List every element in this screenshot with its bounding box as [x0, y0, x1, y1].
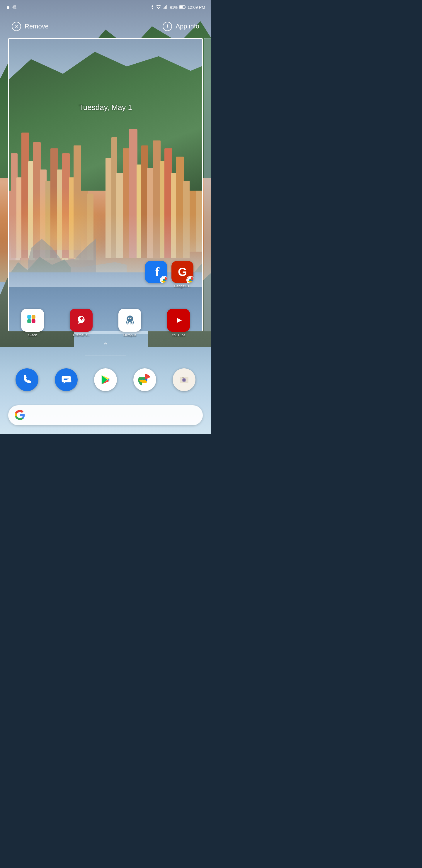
svg-rect-6 [185, 6, 186, 8]
remove-label: Remove [25, 23, 48, 30]
slack-app[interactable]: Slack [21, 309, 44, 337]
svg-rect-11 [27, 315, 31, 319]
svg-rect-35 [182, 377, 184, 378]
svg-rect-1 [164, 7, 165, 9]
svg-rect-14 [31, 319, 35, 323]
svg-point-15 [127, 315, 133, 322]
bluetooth-icon [150, 5, 154, 10]
widget-date: Tuesday, May 1 [9, 103, 202, 112]
battery-percent: 61% [170, 5, 177, 10]
app-info-label: App info [175, 23, 199, 30]
slack-label: Slack [28, 333, 37, 337]
peek-card[interactable] [204, 38, 211, 331]
svg-rect-25 [64, 379, 67, 380]
dock [0, 361, 211, 399]
search-bar[interactable] [8, 405, 203, 425]
svg-rect-3 [166, 5, 167, 9]
time-display: 12:09 PM [188, 5, 205, 10]
signal-icon [163, 5, 168, 10]
status-right-icons: 61% 12:09 PM [150, 5, 205, 10]
status-bar: ⏺ 祝 61% 12:09 PM [0, 0, 211, 15]
chevron-up-icon[interactable]: ⌃ [103, 342, 108, 349]
widget-app-gadgethacks[interactable]: G Ga [171, 261, 193, 288]
svg-rect-24 [64, 378, 69, 378]
remove-button[interactable]: ✕ Remove [12, 22, 48, 31]
status-left-icons: ⏺ 祝 [6, 5, 17, 10]
widget-inner: Tuesday, May 1 f [9, 39, 202, 331]
record-icon: ⏺ [6, 5, 10, 10]
playstore-dock-icon[interactable] [94, 368, 117, 391]
petal-search-dock-icon[interactable] [173, 368, 195, 391]
kanji-icon: 祝 [12, 5, 17, 10]
app-info-button[interactable]: i App info [163, 22, 199, 31]
svg-rect-12 [27, 319, 31, 323]
svg-rect-2 [165, 6, 166, 9]
wifi-icon [156, 5, 161, 10]
octopus-app[interactable]: Octopus [119, 309, 141, 337]
dramafever-app[interactable]: DramaFe.. [70, 309, 93, 337]
widget-card[interactable]: Tuesday, May 1 f [8, 38, 203, 331]
info-icon: i [163, 22, 172, 31]
svg-rect-5 [180, 6, 183, 8]
widget-apps-row: f [18, 261, 193, 288]
chevron-line [85, 355, 126, 355]
chrome-dock-icon[interactable] [133, 368, 156, 391]
google-logo [14, 409, 26, 421]
phone-dock-icon[interactable] [15, 368, 38, 391]
widget-app-facebook[interactable]: f [145, 261, 167, 288]
top-action-bar: ✕ Remove i App info [0, 15, 211, 38]
gadgethacks-label: Gadget H.. [174, 284, 191, 288]
dramafever-label: DramaFe.. [73, 333, 90, 337]
remove-x-icon: ✕ [12, 22, 21, 31]
octopus-label: Octopus [123, 333, 136, 337]
youtube-label: YouTube [171, 333, 185, 337]
svg-rect-0 [163, 8, 164, 9]
svg-point-19 [131, 318, 132, 318]
youtube-app[interactable]: YouTube [167, 309, 190, 337]
svg-rect-13 [31, 315, 35, 319]
svg-point-18 [129, 318, 130, 318]
messages-dock-icon[interactable] [55, 368, 78, 391]
bottom-apps-row: Slack DramaFe.. [8, 309, 203, 337]
svg-point-34 [183, 379, 185, 381]
battery-icon [180, 5, 186, 10]
